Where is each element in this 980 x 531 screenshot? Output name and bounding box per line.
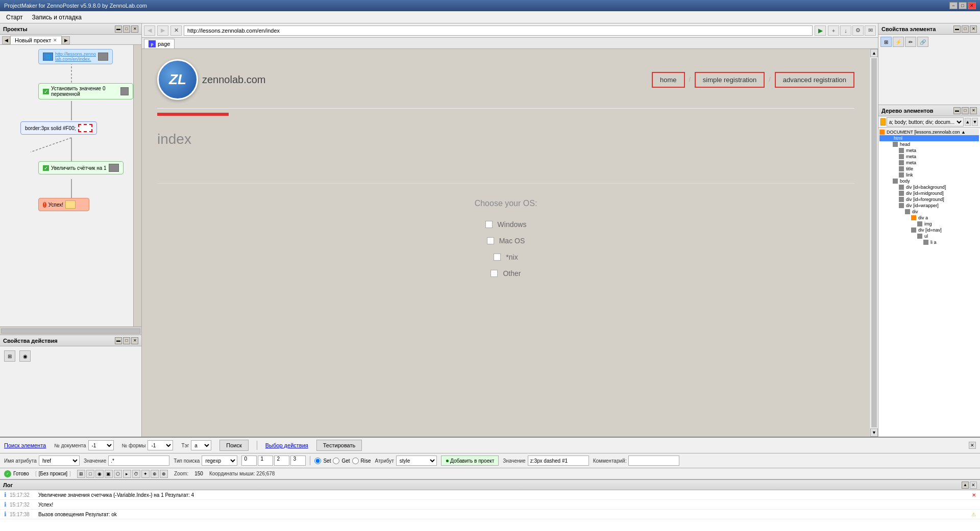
os-option-other[interactable]: Other bbox=[491, 269, 521, 277]
nav-go-btn[interactable]: ▶ bbox=[815, 26, 826, 36]
tree-item-body[interactable]: body bbox=[879, 178, 979, 184]
node-set-var[interactable]: ✓ Установить значение 0 переменной bbox=[38, 83, 133, 99]
search-btn[interactable]: Поиск bbox=[219, 440, 248, 451]
log-ctrl-expand[interactable]: ▲ bbox=[962, 482, 969, 489]
browser-scroll-thumb[interactable] bbox=[871, 58, 877, 427]
os-checkbox-windows[interactable] bbox=[485, 221, 493, 228]
form-no-select[interactable]: -1 bbox=[148, 440, 173, 450]
status-icon10[interactable]: ⊗ bbox=[160, 470, 168, 478]
nav-advanced-reg[interactable]: advanced registration bbox=[775, 72, 854, 88]
nav-simple-reg[interactable]: simple registration bbox=[695, 72, 765, 88]
browser-scroll-down[interactable]: ▼ bbox=[870, 428, 878, 437]
tree-item-div-wrap[interactable]: div [id=wrapper] bbox=[879, 203, 979, 209]
tree-item-div-a[interactable]: div a bbox=[879, 215, 979, 221]
node-border[interactable]: border:3px solid #F00; bbox=[20, 121, 97, 135]
panel-float-btn[interactable]: □ bbox=[123, 26, 130, 33]
status-icon7[interactable]: ⏱ bbox=[132, 470, 140, 478]
radio-set[interactable] bbox=[314, 458, 321, 464]
browser-scroll-up[interactable]: ▲ bbox=[870, 49, 878, 57]
os-option-windows[interactable]: Windows bbox=[485, 220, 527, 229]
nav-home[interactable]: home bbox=[652, 72, 685, 88]
status-icon1[interactable]: ⊞ bbox=[77, 470, 85, 478]
tree-item-div-fore[interactable]: div [id=foreground] bbox=[879, 196, 979, 203]
attr-prop-select[interactable]: style bbox=[396, 456, 437, 466]
status-icon6[interactable]: ▸ bbox=[123, 470, 131, 478]
add-project-btn[interactable]: ● Добавить в проект bbox=[441, 456, 499, 466]
tree-item-meta3[interactable]: meta bbox=[879, 160, 979, 166]
action-type-icon1[interactable]: ⊞ bbox=[4, 350, 15, 362]
menu-start[interactable]: Старт bbox=[2, 12, 27, 22]
comment-input[interactable] bbox=[628, 456, 679, 466]
panel-restore-btn[interactable]: ▬ bbox=[115, 26, 122, 33]
status-icon2[interactable]: □ bbox=[86, 470, 94, 478]
log-close[interactable]: ✕ bbox=[970, 482, 977, 489]
project-tab-new[interactable]: Новый проект ✕ bbox=[10, 36, 62, 44]
tree-item-div[interactable]: div bbox=[879, 209, 979, 215]
elem-props-float[interactable]: □ bbox=[962, 26, 969, 33]
tag-select[interactable]: a bbox=[191, 440, 211, 450]
browser-action-2[interactable]: ↓ bbox=[840, 26, 851, 36]
result-0[interactable]: 0 bbox=[241, 456, 257, 466]
address-input[interactable] bbox=[184, 26, 813, 36]
tree-item-link[interactable]: link bbox=[879, 172, 979, 178]
tree-item-li-a[interactable]: li a bbox=[879, 239, 979, 245]
tree-item-div-bg[interactable]: div [id=background] bbox=[879, 184, 979, 190]
tab-scroll-right[interactable]: ▶ bbox=[62, 36, 70, 44]
elem-tree-restore[interactable]: ▬ bbox=[953, 107, 961, 114]
tree-filter-select[interactable]: a; body; button; div; docum... bbox=[887, 117, 964, 127]
action-props-close[interactable]: ✕ bbox=[131, 337, 138, 344]
os-checkbox-other[interactable] bbox=[491, 270, 498, 277]
maximize-btn[interactable]: □ bbox=[959, 2, 967, 9]
search-close-btn[interactable]: ✕ bbox=[969, 442, 976, 449]
tree-item-img[interactable]: img bbox=[879, 221, 979, 227]
radio-get[interactable] bbox=[333, 458, 339, 464]
tree-item-html[interactable]: html bbox=[879, 135, 979, 141]
elem-tree-close[interactable]: ✕ bbox=[970, 107, 977, 114]
doc-no-select[interactable]: -1 bbox=[88, 440, 114, 450]
tree-tb-btn1[interactable]: ▲ bbox=[965, 118, 971, 126]
action-type-icon2[interactable]: ◉ bbox=[19, 350, 31, 362]
tree-item-document[interactable]: DOCUMENT [lessons.zennolab.con ▲ bbox=[879, 129, 979, 135]
status-icon8[interactable]: ✦ bbox=[141, 470, 150, 478]
tree-item-meta2[interactable]: meta bbox=[879, 154, 979, 160]
panel-close-btn[interactable]: ✕ bbox=[131, 26, 138, 33]
node-url[interactable]: 🌐 http://lessons.zenno lab.com/en/index. bbox=[38, 49, 113, 64]
project-tab-close[interactable]: ✕ bbox=[53, 38, 57, 43]
elem-props-restore[interactable]: ▬ bbox=[953, 26, 961, 33]
tree-item-div-mid[interactable]: div [id=midground] bbox=[879, 190, 979, 196]
status-icon4[interactable]: ▣ bbox=[105, 470, 113, 478]
browser-action-1[interactable]: + bbox=[828, 26, 839, 36]
os-checkbox-macos[interactable] bbox=[487, 237, 494, 244]
status-icon5[interactable]: ⬡ bbox=[114, 470, 122, 478]
value-prop-input[interactable] bbox=[528, 456, 589, 466]
browser-action-4[interactable]: ✉ bbox=[865, 26, 876, 36]
elem-props-close[interactable]: ✕ bbox=[970, 26, 977, 33]
elem-prop-icon1[interactable]: ⊞ bbox=[880, 37, 892, 47]
tree-item-ul[interactable]: ul bbox=[879, 233, 979, 239]
action-props-restore[interactable]: ▬ bbox=[115, 337, 122, 344]
nav-back-btn[interactable]: ◀ bbox=[144, 26, 155, 36]
os-option-macos[interactable]: Mac OS bbox=[487, 237, 525, 245]
nav-forward-btn[interactable]: ▶ bbox=[157, 26, 168, 36]
nav-stop-btn[interactable]: ✕ bbox=[170, 26, 182, 36]
result-3[interactable]: 3 bbox=[290, 456, 306, 466]
minimize-btn[interactable]: − bbox=[949, 2, 958, 9]
hscroll-track[interactable] bbox=[1, 328, 140, 334]
browser-vscroll[interactable]: ▲ ▼ bbox=[870, 49, 878, 437]
tree-item-head[interactable]: head bbox=[879, 141, 979, 147]
node-success[interactable]: ! Успех! bbox=[38, 198, 89, 211]
attr-name-select[interactable]: href bbox=[39, 456, 80, 466]
nodes-vscroll[interactable] bbox=[133, 45, 141, 326]
tab-scroll-left[interactable]: ◀ bbox=[2, 36, 10, 44]
tree-item-meta1[interactable]: meta bbox=[879, 147, 979, 154]
test-btn[interactable]: Тестировать bbox=[316, 440, 362, 451]
tree-item-div-nav[interactable]: div [id=nav] bbox=[879, 227, 979, 233]
value-input[interactable] bbox=[108, 456, 169, 466]
node-counter[interactable]: ✓ Увеличить счётчик на 1 bbox=[38, 161, 124, 174]
tree-item-title[interactable]: title bbox=[879, 166, 979, 172]
result-1[interactable]: 1 bbox=[258, 456, 273, 466]
os-checkbox-nix[interactable] bbox=[494, 254, 501, 261]
close-btn[interactable]: ✕ bbox=[968, 2, 976, 9]
nodes-hscroll[interactable] bbox=[0, 326, 141, 335]
elem-prop-icon3[interactable]: ✏ bbox=[905, 37, 916, 47]
